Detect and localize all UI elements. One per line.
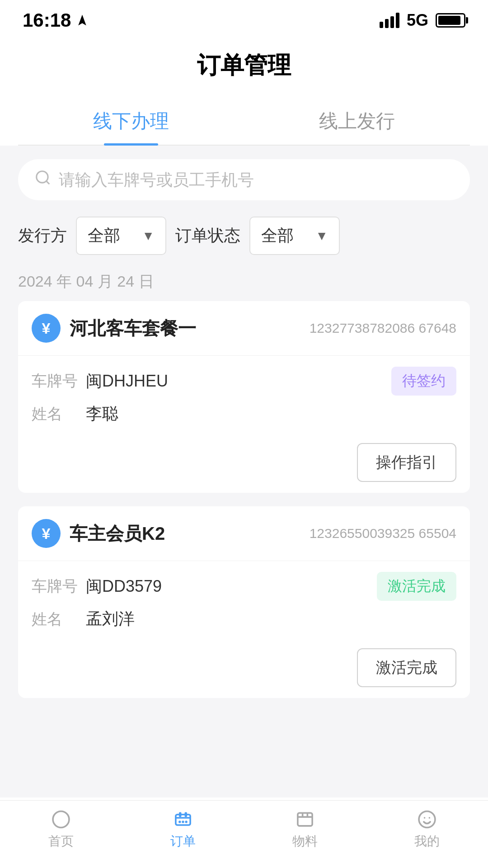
- order-header-2: ¥ 车主会员K2 12326550039325 65504: [18, 506, 470, 561]
- order-name-row-2: 姓名 孟刘洋: [32, 608, 456, 630]
- status-time: 16:18: [23, 9, 89, 31]
- issuer-arrow-icon: ▼: [142, 229, 155, 243]
- svg-rect-4: [179, 812, 181, 817]
- order-status-label: 订单状态: [175, 225, 240, 247]
- order-name-row-1: 姓名 李聪: [32, 403, 456, 425]
- svg-point-2: [53, 811, 69, 828]
- filter-row: 发行方 全部 ▼ 订单状态 全部 ▼: [18, 217, 470, 255]
- status-badge-1: 待签约: [391, 367, 456, 396]
- nav-item-materials[interactable]: 物料: [244, 810, 366, 850]
- plate-label-2: 车牌号: [32, 576, 86, 597]
- nav-item-orders[interactable]: 订单: [122, 810, 244, 850]
- svg-point-8: [185, 821, 187, 823]
- tab-bar: 线下办理 线上发行: [18, 99, 470, 146]
- page-title: 订单管理: [0, 36, 488, 99]
- order-card-2: ¥ 车主会员K2 12326550039325 65504 车牌号 闽DD357…: [18, 506, 470, 698]
- order-card-1: ¥ 河北客车套餐一 12327738782086 67648 车牌号 闽DHJH…: [18, 301, 470, 493]
- svg-rect-5: [185, 812, 187, 817]
- order-icon-2: ¥: [32, 519, 61, 548]
- nav-label-materials: 物料: [292, 833, 318, 850]
- name-label-2: 姓名: [32, 609, 86, 630]
- svg-rect-9: [298, 813, 312, 826]
- issuer-select[interactable]: 全部 ▼: [76, 217, 166, 255]
- name-value-1: 李聪: [86, 403, 456, 425]
- battery-fill: [438, 16, 460, 25]
- svg-point-0: [37, 171, 48, 183]
- order-icon: [169, 810, 197, 829]
- status-bar: 16:18 5G: [0, 0, 488, 36]
- nav-label-orders: 订单: [170, 833, 196, 850]
- svg-point-13: [419, 811, 435, 828]
- svg-point-15: [429, 817, 431, 819]
- signal-bars: [380, 13, 399, 28]
- order-status-select[interactable]: 全部 ▼: [249, 217, 340, 255]
- nav-label-home: 首页: [48, 833, 74, 850]
- order-number-1: 12327738782086 67648: [310, 321, 456, 336]
- content-area: 发行方 全部 ▼ 订单状态 全部 ▼ 2024 年 04 月 24 日 ¥ 河北…: [0, 146, 488, 797]
- nav-item-home[interactable]: 首页: [0, 810, 122, 850]
- order-icon-symbol-1: ¥: [42, 320, 51, 337]
- nav-label-mine: 我的: [414, 833, 440, 850]
- issuer-label: 发行方: [18, 225, 67, 247]
- order-title-2: 车主会员K2: [70, 521, 300, 546]
- bottom-nav: 首页 订单 物料 我的: [0, 800, 488, 868]
- location-icon: [75, 14, 89, 27]
- date-label: 2024 年 04 月 24 日: [18, 271, 470, 292]
- name-value-2: 孟刘洋: [86, 608, 456, 630]
- order-icon-symbol-2: ¥: [42, 525, 51, 542]
- mine-icon: [413, 810, 441, 829]
- order-title-1: 河北客车套餐一: [70, 316, 300, 341]
- order-header-1: ¥ 河北客车套餐一 12327738782086 67648: [18, 301, 470, 356]
- action-button-2[interactable]: 激活完成: [357, 648, 456, 687]
- svg-rect-3: [176, 815, 190, 825]
- status-right: 5G: [380, 11, 465, 30]
- svg-point-14: [424, 817, 426, 819]
- svg-point-7: [182, 821, 184, 823]
- name-label-1: 姓名: [32, 404, 86, 425]
- svg-point-6: [178, 821, 181, 823]
- status-arrow-icon: ▼: [315, 229, 328, 243]
- home-icon: [47, 810, 75, 829]
- nav-item-mine[interactable]: 我的: [366, 810, 488, 850]
- search-input[interactable]: [59, 170, 454, 189]
- order-status-value: 全部: [261, 225, 308, 247]
- battery-icon: [436, 13, 465, 28]
- order-number-2: 12326550039325 65504: [310, 526, 456, 541]
- time-label: 16:18: [23, 9, 71, 31]
- order-plate-row-1: 车牌号 闽DHJHEU 待签约: [32, 367, 456, 396]
- search-bar: [18, 159, 470, 200]
- tab-offline[interactable]: 线下办理: [18, 99, 244, 145]
- plate-value-1: 闽DHJHEU: [86, 370, 391, 392]
- network-label: 5G: [407, 11, 428, 30]
- search-icon: [34, 169, 52, 190]
- order-icon-1: ¥: [32, 314, 61, 343]
- plate-value-2: 闽DD3579: [86, 576, 377, 598]
- svg-line-1: [46, 181, 49, 184]
- status-badge-2: 激活完成: [377, 572, 456, 601]
- plate-label-1: 车牌号: [32, 371, 86, 392]
- tab-online[interactable]: 线上发行: [244, 99, 470, 145]
- material-icon: [291, 810, 319, 829]
- issuer-value: 全部: [88, 225, 135, 247]
- order-details-2: 车牌号 闽DD3579 激活完成 姓名 孟刘洋: [18, 561, 470, 648]
- order-plate-row-2: 车牌号 闽DD3579 激活完成: [32, 572, 456, 601]
- action-button-1[interactable]: 操作指引: [357, 443, 456, 482]
- order-details-1: 车牌号 闽DHJHEU 待签约 姓名 李聪: [18, 356, 470, 443]
